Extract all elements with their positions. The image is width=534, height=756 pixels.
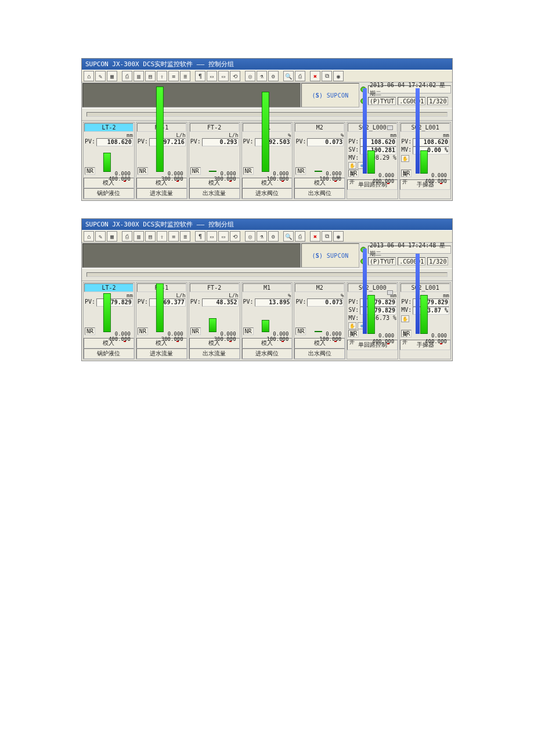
panel-title[interactable]: S02_L001 xyxy=(400,123,450,132)
scale-max: 400.000 xyxy=(109,336,131,342)
pv-value: 179.829 xyxy=(96,298,133,307)
toolbar-page1-icon[interactable]: ▥ xyxy=(134,71,144,81)
pv-bar xyxy=(209,171,217,172)
toolbar-arrow-up-icon[interactable]: ⇧ xyxy=(157,231,167,242)
brand-logo: (S) SUPCON xyxy=(301,243,359,268)
scale-max: 400.000 xyxy=(372,178,394,184)
toolbar-grid-icon[interactable]: ▦ xyxy=(107,231,117,242)
pv-bar xyxy=(156,283,164,332)
toolbar-lines2-icon[interactable]: ≣ xyxy=(180,231,190,242)
toolbar-printer-icon[interactable]: ⎙ xyxy=(295,71,305,81)
open-label: 开 xyxy=(349,339,355,346)
open-label: 开 xyxy=(349,178,355,186)
toolbar-book2-icon[interactable]: ▭ xyxy=(218,71,229,81)
toolbar-book1-icon[interactable]: ▭ xyxy=(207,71,217,81)
nr-state: NR xyxy=(295,167,306,175)
toolbar-print-icon[interactable]: ⎙ xyxy=(122,71,132,81)
unit-label: % xyxy=(294,132,345,138)
toolbar-lines1-icon[interactable]: ≡ xyxy=(168,71,179,81)
bargraph: 100.0000.000 xyxy=(295,336,344,337)
panel-title[interactable]: M2 xyxy=(295,283,344,292)
toolbar-flask-icon[interactable]: ⚗ xyxy=(257,71,267,81)
hand-icon[interactable]: ✋ xyxy=(348,322,356,329)
panel-FT-1: FT-1L/hPV:297.216NR300.0000.000模入进水流量 xyxy=(136,122,187,199)
toolbar-page2-icon[interactable]: ▤ xyxy=(145,231,156,242)
setpoint-slider[interactable] xyxy=(387,290,393,295)
pv-value: 0.293 xyxy=(202,138,239,146)
toolbar-print-icon[interactable]: ⎙ xyxy=(122,231,132,242)
panel-desc: 出水流量 xyxy=(189,188,240,199)
page-display: 1/320 xyxy=(427,97,448,105)
hand-icon[interactable]: ✋ xyxy=(401,155,409,162)
toolbar-camera-icon[interactable]: ◉ xyxy=(333,71,344,81)
pv-value: 13.895 xyxy=(255,298,291,307)
toolbar-wrench-icon[interactable]: ✎ xyxy=(95,71,106,81)
toolbar-arrow-up-icon[interactable]: ⇧ xyxy=(157,71,167,81)
toolbar-wrench-icon[interactable]: ✎ xyxy=(95,231,106,242)
hand-icon[interactable]: ✋ xyxy=(348,162,356,169)
close-label: 关 xyxy=(349,171,355,178)
toolbar-lines2-icon[interactable]: ≣ xyxy=(180,71,190,81)
unit-label: % xyxy=(242,293,293,298)
setpoint-slider[interactable] xyxy=(387,125,393,130)
toolbar-book2-icon[interactable]: ▭ xyxy=(218,231,229,242)
toolbar-pilcrow-icon[interactable]: ¶ xyxy=(195,231,205,242)
toolbar-gear-icon[interactable]: ⚙ xyxy=(268,71,279,81)
nr-state: NR xyxy=(190,327,201,335)
toolbar-binoc-icon[interactable]: 🔍 xyxy=(283,231,294,242)
toolbar-copy-icon[interactable]: ⧉ xyxy=(322,231,332,242)
panel-row: LT-2mmPV:108.620NR400.0000.000模入锅炉液位FT-1… xyxy=(82,121,452,200)
nr-state: NR xyxy=(85,167,95,175)
group-display: .CG0001 xyxy=(398,257,425,265)
toolbar-close-icon[interactable]: ✖ xyxy=(310,71,320,81)
toolbar-target-icon[interactable]: ◎ xyxy=(245,71,255,81)
status-band xyxy=(82,243,301,268)
toolbar-copy-icon[interactable]: ⧉ xyxy=(322,71,332,81)
toolbar-undo-icon[interactable]: ⟲ xyxy=(230,231,240,242)
scale-max: 400.000 xyxy=(109,176,131,182)
panel-title[interactable]: FT-2 xyxy=(190,283,239,292)
panel-title[interactable]: LT-2 xyxy=(84,123,134,132)
bargraph: 100.0000.000 xyxy=(243,176,291,177)
toolbar-target-icon[interactable]: ◎ xyxy=(245,231,255,242)
hand-icon[interactable]: ✋ xyxy=(401,315,409,322)
panel-title[interactable]: S02_L001 xyxy=(400,283,450,292)
toolbar-undo-icon[interactable]: ⟲ xyxy=(230,71,240,81)
tab-bar[interactable] xyxy=(86,272,448,277)
toolbar-gear-icon[interactable]: ⚙ xyxy=(268,231,279,242)
toolbar-binoc-icon[interactable]: 🔍 xyxy=(283,71,294,81)
toolbar-grid-icon[interactable]: ▦ xyxy=(107,71,117,81)
toolbar-close-icon[interactable]: ✖ xyxy=(310,231,320,242)
toolbar-page2-icon[interactable]: ▤ xyxy=(145,71,156,81)
toolbar: ⌂✎▦⎙▥▤⇧≡≣¶▭▭⟲◎⚗⚙🔍⎙✖⧉◉ xyxy=(82,70,452,82)
toolbar-book1-icon[interactable]: ▭ xyxy=(207,231,217,242)
toolbar-flask-icon[interactable]: ⚗ xyxy=(257,231,267,242)
open-label: 开 xyxy=(402,339,407,346)
bargraph: 400.0000.000 xyxy=(85,336,133,337)
close-label: 关 xyxy=(402,171,407,178)
unit-label: L/h xyxy=(189,132,240,138)
scale-min: 0.000 xyxy=(431,172,447,178)
pv-value: 108.620 xyxy=(96,138,133,146)
toolbar-home-icon[interactable]: ⌂ xyxy=(84,71,94,81)
app-window: SUPCON JX-300X DCS实时监控软件 —— 控制分组⌂✎▦⎙▥▤⇧≡… xyxy=(81,58,453,201)
panel-title[interactable]: LT-2 xyxy=(84,283,134,292)
sv-label: SV: xyxy=(348,146,360,154)
toolbar-printer-icon[interactable]: ⎙ xyxy=(295,231,305,242)
panel-desc: 出水阀位 xyxy=(294,348,345,359)
toolbar-lines1-icon[interactable]: ≡ xyxy=(168,231,179,242)
toolbar-home-icon[interactable]: ⌂ xyxy=(84,231,94,242)
toolbar-page1-icon[interactable]: ▥ xyxy=(134,231,144,242)
pv-label: PV: xyxy=(243,138,255,146)
pv-bar xyxy=(367,150,375,174)
nr-state: NR xyxy=(295,327,306,335)
toolbar-pilcrow-icon[interactable]: ¶ xyxy=(195,71,205,81)
bargraph: 300.0000.000 xyxy=(190,336,239,337)
toolbar-camera-icon[interactable]: ◉ xyxy=(333,231,344,242)
mv-label: MV: xyxy=(401,307,413,315)
panel-title[interactable]: FT-2 xyxy=(190,123,239,132)
panel-title[interactable]: M1 xyxy=(243,283,292,292)
panel-title[interactable]: M2 xyxy=(295,123,344,132)
mv-bar xyxy=(363,88,367,174)
nr-state: NR xyxy=(138,327,148,335)
